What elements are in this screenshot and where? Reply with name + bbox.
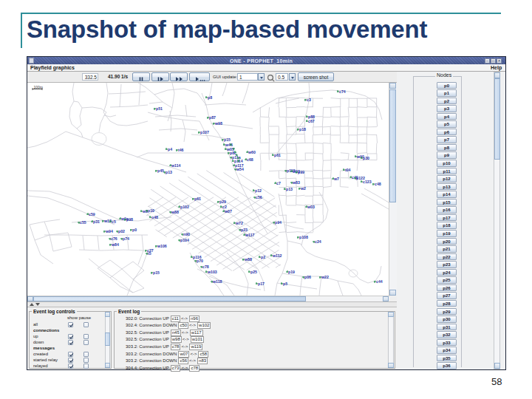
svg-text:p12: p12	[255, 188, 262, 193]
svg-text:p18: p18	[299, 127, 306, 132]
svg-text:p15: p15	[224, 137, 231, 142]
svg-text:w103: w103	[207, 270, 217, 274]
svg-text:c3: c3	[307, 98, 311, 102]
svg-text:w88: w88	[171, 210, 179, 214]
svg-text:c76: c76	[111, 236, 117, 241]
svg-text:p108: p108	[299, 235, 308, 239]
svg-text:p104: p104	[180, 238, 189, 242]
svg-text:p29: p29	[219, 200, 226, 204]
svg-text:w117: w117	[245, 233, 255, 237]
svg-text:w72: w72	[235, 221, 243, 225]
svg-text:w106: w106	[157, 244, 167, 248]
svg-text:c74: c74	[339, 89, 346, 94]
svg-text:p4: p4	[168, 147, 172, 151]
svg-text:100m: 100m	[34, 85, 44, 89]
svg-text:c123: c123	[363, 180, 372, 184]
svg-text:p06: p06	[304, 275, 311, 279]
svg-text:t46: t46	[178, 148, 184, 152]
svg-text:t04: t04	[345, 168, 351, 172]
svg-text:p13: p13	[166, 170, 172, 174]
svg-text:p0: p0	[132, 228, 137, 232]
svg-text:c55: c55	[80, 220, 86, 225]
svg-text:p107: p107	[200, 130, 209, 134]
svg-text:w98: w98	[214, 121, 222, 126]
svg-text:c44: c44	[376, 279, 383, 284]
svg-text:c78: c78	[202, 265, 209, 269]
svg-text:p74: p74	[123, 236, 129, 241]
svg-text:p102: p102	[180, 205, 189, 209]
svg-text:w7: w7	[333, 177, 339, 181]
svg-text:w84: w84	[111, 242, 119, 247]
svg-text:p8: p8	[208, 95, 212, 100]
svg-text:w2: w2	[300, 186, 306, 191]
svg-text:w22: w22	[321, 275, 329, 279]
svg-text:c5: c5	[112, 219, 116, 224]
svg-text:w94: w94	[105, 229, 113, 233]
svg-text:p13: p13	[286, 187, 293, 191]
svg-text:p25: p25	[250, 270, 257, 274]
svg-text:w118: w118	[212, 279, 222, 284]
svg-text:p10: p10	[148, 208, 154, 213]
svg-text:p5: p5	[283, 282, 287, 286]
svg-text:w07: w07	[224, 209, 232, 214]
svg-text:c48: c48	[375, 182, 381, 186]
svg-text:p87: p87	[209, 115, 216, 120]
svg-text:p02: p02	[118, 229, 125, 233]
svg-text:p99: p99	[298, 170, 304, 174]
svg-text:t5: t5	[148, 251, 151, 256]
svg-text:p51: p51	[156, 106, 163, 111]
svg-text:o48: o48	[151, 215, 158, 219]
svg-text:p30: p30	[363, 156, 369, 160]
svg-text:p45: p45	[157, 168, 164, 173]
svg-text:p23: p23	[241, 228, 248, 232]
svg-text:w60: w60	[248, 150, 256, 154]
svg-text:p61: p61	[274, 153, 281, 157]
svg-text:p2: p2	[261, 255, 265, 259]
svg-text:c24: c24	[315, 239, 321, 244]
svg-text:c68: c68	[247, 157, 253, 162]
svg-text:c56: c56	[256, 195, 262, 200]
svg-text:p15: p15	[153, 270, 160, 275]
svg-text:w88: w88	[244, 257, 252, 262]
svg-text:p98: p98	[126, 217, 133, 222]
svg-text:p17: p17	[258, 282, 265, 286]
svg-text:w03: w03	[307, 205, 315, 209]
svg-text:p19: p19	[288, 270, 295, 274]
svg-text:c59: c59	[89, 212, 95, 216]
svg-text:w54: w54	[236, 167, 244, 171]
svg-text:p61: p61	[194, 197, 201, 201]
svg-text:c67: c67	[308, 119, 315, 123]
svg-text:c7: c7	[276, 181, 281, 185]
svg-text:p31: p31	[93, 219, 100, 224]
svg-text:p94: p94	[275, 220, 282, 225]
svg-text:w83: w83	[292, 180, 300, 185]
svg-text:n90: n90	[183, 232, 190, 236]
svg-text:w114: w114	[171, 163, 181, 168]
svg-text:w112: w112	[272, 253, 282, 258]
svg-text:p70: p70	[197, 259, 203, 263]
